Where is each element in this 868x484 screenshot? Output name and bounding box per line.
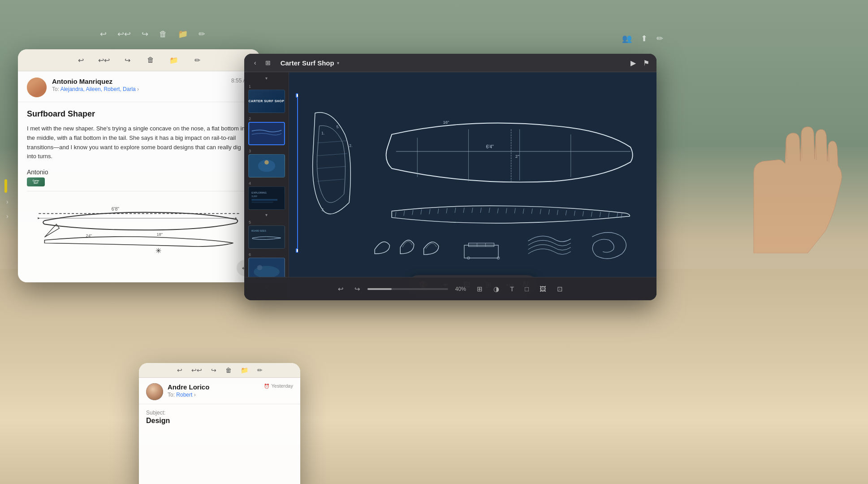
sender-info: Antonio Manriquez To: Alejandra, Aileen,… [52, 78, 226, 92]
email-bottom-subject: Design [146, 417, 293, 425]
reply-all-chrome-icon[interactable]: ↩↩ [117, 29, 131, 39]
media-insert-icon[interactable]: 🖼 [536, 282, 550, 295]
email-bottom-toolbar: ↩ ↩↩ ↪ 🗑 📁 ✏ [139, 363, 300, 378]
pres-users-icon[interactable]: 👥 [622, 34, 632, 43]
undo-button[interactable]: ↩ [334, 282, 347, 296]
email-body-text: I met with the new shaper. She's trying … [27, 124, 251, 161]
slide-thumb-3[interactable]: 3 [244, 147, 289, 179]
thumbnails-collapse-top[interactable]: ▾ [244, 76, 289, 81]
andre-avatar-img [146, 383, 163, 400]
presentation-content: ▾ 1 carTER SURf shop 2 [244, 72, 656, 299]
mini-trash-icon[interactable]: 🗑 [225, 367, 232, 374]
email-bottom-header: Andre Lorico To: Robert › ⏰ Yesterday [139, 378, 300, 404]
background-counter [0, 269, 868, 484]
svg-text:2": 2" [515, 154, 519, 159]
email-reply-icon[interactable]: ↩ [74, 54, 87, 66]
pres-title-dropdown[interactable]: ▾ [337, 60, 339, 65]
email-bottom-subject-label: Subject: [146, 410, 293, 416]
andre-sender-name: Andre Lorico [168, 383, 259, 391]
text-insert-icon[interactable]: T [506, 282, 518, 295]
slide-thumbnail-4[interactable]: EXPLORING SURF [248, 186, 285, 210]
sidebar-indicator [4, 179, 7, 193]
reply-chrome-icon[interactable]: ↩ [100, 29, 107, 39]
email-folder-icon[interactable]: 📁 [168, 54, 180, 66]
email-bottom-body: Subject: Design [139, 404, 300, 430]
pres-toolbar-right: ▶ ⚑ [630, 59, 649, 67]
sidebar-expand-top[interactable]: › [4, 196, 10, 207]
slide-thumbnail-2[interactable] [248, 122, 285, 145]
chart-insert-icon[interactable]: ◑ [490, 282, 503, 296]
signature-logo: CarterSurf [27, 177, 251, 186]
email-subject: Surfboard Shaper [27, 109, 251, 119]
slide-drawing-svg: 1. 5. 2. 3. 6'4" [298, 81, 648, 290]
mini-compose-icon[interactable]: ✏ [257, 367, 263, 374]
recipients-link[interactable]: Alejandra, Aileen, Robert, Darla [60, 86, 136, 92]
email-panel-main: ↩ ↩↩ ↪ 🗑 📁 ✏ Antonio Manriquez To: Aleja… [18, 49, 260, 282]
zoom-level: 40% [452, 286, 470, 292]
svg-text:24": 24" [86, 233, 92, 238]
email-trash-icon[interactable]: 🗑 [144, 54, 157, 66]
mini-reply-all-icon[interactable]: ↩↩ [191, 367, 202, 374]
slide-thumb-2[interactable]: 2 [244, 115, 289, 147]
svg-text:6'4": 6'4" [486, 144, 494, 149]
avatar-face [27, 78, 47, 97]
slide-thumb-5[interactable]: 5 BOARD SIZES [244, 218, 289, 251]
svg-point-19 [257, 265, 262, 270]
svg-text:✳: ✳ [155, 247, 161, 255]
trash-chrome-icon[interactable]: 🗑 [159, 30, 167, 39]
slide-drawing-content: 1. 5. 2. 3. 6'4" [289, 72, 656, 299]
andre-timestamp: Yesterday [271, 383, 293, 389]
thumb-logo-content: carTER SURf shop [249, 90, 285, 112]
svg-point-9 [264, 160, 269, 165]
svg-text:1.: 1. [321, 131, 324, 135]
svg-text:BOARD SIZES: BOARD SIZES [251, 230, 266, 232]
shape-insert-icon[interactable]: □ [521, 282, 532, 295]
archive-chrome-icon[interactable]: 📁 [178, 29, 188, 39]
slide-thumb-1[interactable]: 1 carTER SURf shop [244, 82, 289, 115]
pres-annotate-icon[interactable]: ✏ [656, 34, 663, 43]
email-main-body: Surfboard Shaper I met with the new shap… [18, 102, 260, 273]
svg-text:EXPLORING: EXPLORING [251, 191, 267, 194]
email-panel-bottom: ↩ ↩↩ ↪ 🗑 📁 ✏ Andre Lorico To: Robert › ⏰… [139, 363, 300, 484]
email-forward-icon[interactable]: ↪ [121, 54, 134, 66]
mini-forward-icon[interactable]: ↪ [211, 367, 216, 374]
table-insert-icon[interactable]: ⊞ [473, 282, 486, 296]
thumbnails-collapse-mid[interactable]: ▾ [244, 212, 289, 217]
forward-chrome-icon[interactable]: ↪ [142, 29, 148, 39]
email-signature-name: Antonio [27, 169, 251, 176]
sidebar-expand-bottom[interactable]: › [4, 211, 10, 221]
email-to-line: To: Alejandra, Aileen, Robert, Darla › [52, 86, 226, 92]
mini-reply-icon[interactable]: ↩ [177, 367, 182, 374]
slide-thumbnail-3[interactable] [248, 154, 285, 177]
andre-avatar [146, 383, 163, 400]
svg-text:5.: 5. [337, 125, 340, 129]
slide-thumbnail-5[interactable]: BOARD SIZES [248, 225, 285, 249]
presentation-panel: ‹ ⊞ Carter Surf Shop ▾ ▶ ⚑ ▾ 1 carTER SU… [244, 54, 656, 300]
slide-thumbnails-panel: ▾ 1 carTER SURf shop 2 [244, 72, 289, 299]
redo-button[interactable]: ↪ [351, 282, 364, 296]
pres-play-button[interactable]: ▶ [630, 59, 636, 67]
svg-text:6'8": 6'8" [112, 206, 120, 212]
slide-progress-bar[interactable] [367, 288, 448, 290]
view-toggle-icon[interactable]: ⊡ [553, 282, 566, 296]
andre-email-to: To: Robert › [168, 392, 259, 398]
email-reply-all-icon[interactable]: ↩↩ [98, 54, 110, 66]
pres-back-button[interactable]: ‹ [251, 57, 259, 68]
slide-thumb-4[interactable]: 4 EXPLORING SURF [244, 179, 289, 212]
presentation-toolbar: ‹ ⊞ Carter Surf Shop ▾ ▶ ⚑ [244, 54, 656, 72]
email-compose-icon[interactable]: ✏ [191, 54, 203, 66]
compose-chrome-icon[interactable]: ✏ [199, 29, 205, 39]
pres-flag-icon[interactable]: ⚑ [643, 59, 649, 67]
svg-text:2.: 2. [349, 143, 352, 148]
mini-folder-icon[interactable]: 📁 [241, 367, 248, 374]
andre-sender-info: Andre Lorico To: Robert › [168, 383, 259, 398]
email-main-toolbar: ↩ ↩↩ ↪ 🗑 📁 ✏ [18, 49, 260, 71]
pres-book-icon[interactable]: ⊞ [263, 57, 273, 68]
pres-title: Carter Surf Shop [281, 59, 334, 67]
main-slide-area[interactable]: 1. 5. 2. 3. 6'4" [289, 72, 656, 299]
svg-rect-15 [249, 226, 284, 248]
slide-thumbnail-1[interactable]: carTER SURf shop [248, 90, 285, 113]
andre-recipient-link[interactable]: Robert [176, 392, 192, 398]
pres-share-icon[interactable]: ⬆ [641, 34, 648, 43]
svg-rect-13 [251, 199, 277, 201]
